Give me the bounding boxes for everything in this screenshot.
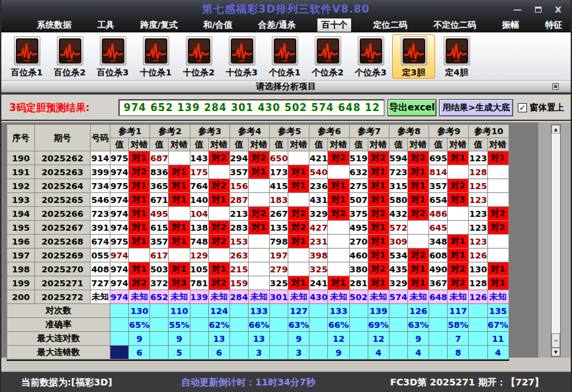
value-cell[interactable]: 798 xyxy=(270,235,288,249)
tool-button[interactable]: 个位杀2 xyxy=(306,34,349,79)
judge-cell[interactable]: 对2 xyxy=(448,179,469,193)
summary-value-cell[interactable]: 3 xyxy=(288,346,309,360)
judge-cell[interactable]: 对1 xyxy=(408,193,429,207)
scroll-down-icon[interactable]: ▼ xyxy=(552,348,560,356)
summary-value-cell[interactable]: 4 xyxy=(368,346,389,360)
judge-cell[interactable]: 未知 xyxy=(368,290,389,304)
summary-blank-cell[interactable] xyxy=(389,346,407,360)
value-cell[interactable]: 329 xyxy=(389,276,407,290)
judge-cell[interactable] xyxy=(288,193,309,207)
value-cell[interactable]: 495 xyxy=(150,207,169,221)
summary-blank-cell[interactable] xyxy=(150,304,169,318)
summary-blank-cell[interactable] xyxy=(150,346,169,360)
summary-value-cell[interactable]: 11 xyxy=(487,332,509,346)
summary-value-cell[interactable]: 135 xyxy=(487,304,509,318)
summary-blank-cell[interactable] xyxy=(270,304,288,318)
value-cell[interactable]: 348 xyxy=(429,235,448,249)
summary-value-cell[interactable]: 13 xyxy=(208,332,229,346)
judge-cell[interactable]: 对2 xyxy=(288,207,309,221)
judge-cell[interactable] xyxy=(487,165,509,179)
summary-blank-cell[interactable] xyxy=(349,346,368,360)
judge-cell[interactable] xyxy=(408,235,429,249)
summary-value-cell[interactable]: 130 xyxy=(129,304,150,318)
judge-cell[interactable]: 对1 xyxy=(448,151,469,165)
value-cell[interactable]: 974 xyxy=(110,290,129,304)
summary-value-cell[interactable]: 8 xyxy=(448,346,469,360)
value-cell[interactable]: 123 xyxy=(469,193,487,207)
summary-blank-cell[interactable] xyxy=(270,346,288,360)
judge-cell[interactable]: 对1 xyxy=(368,235,389,249)
judge-cell[interactable]: 对1 xyxy=(208,262,229,276)
value-cell[interactable]: 128 xyxy=(469,165,487,179)
summary-value-cell[interactable]: 7 xyxy=(448,332,469,346)
panel-launcher-icon[interactable]: ▣ xyxy=(552,83,559,90)
value-cell[interactable]: 380 xyxy=(349,262,368,276)
judge-cell[interactable]: 对2 xyxy=(208,179,229,193)
value-cell[interactable]: 723 xyxy=(389,165,407,179)
summary-blank-cell[interactable] xyxy=(190,346,208,360)
value-cell[interactable]: 130 xyxy=(469,262,487,276)
judge-cell[interactable] xyxy=(169,151,190,165)
summary-blank-cell[interactable] xyxy=(429,318,448,332)
value-cell[interactable]: 617 xyxy=(150,249,169,262)
tool-button[interactable]: 百位杀1 xyxy=(5,34,48,79)
judge-cell[interactable]: 对1 xyxy=(248,221,269,235)
judge-cell[interactable]: 对1 xyxy=(368,179,389,193)
tool-button[interactable]: 百位杀2 xyxy=(48,34,91,79)
summary-blank-cell[interactable] xyxy=(190,304,208,318)
menu-item[interactable]: 系统数据 xyxy=(33,19,75,32)
judge-cell[interactable]: 对1 xyxy=(408,262,429,276)
judge-cell[interactable]: 对2 xyxy=(208,276,229,290)
menu-item[interactable]: 振幅 xyxy=(498,19,523,32)
summary-value-cell[interactable]: 117 xyxy=(448,304,469,318)
summary-value-cell[interactable]: 63% xyxy=(408,318,429,332)
judge-cell[interactable]: 对2 xyxy=(368,262,389,276)
value-cell[interactable]: 241 xyxy=(309,276,328,290)
judge-cell[interactable]: 对2 xyxy=(408,151,429,165)
value-cell[interactable]: 128 xyxy=(469,276,487,290)
value-cell[interactable]: 540 xyxy=(309,165,328,179)
summary-value-cell[interactable]: 133 xyxy=(248,304,269,318)
value-cell[interactable]: 123 xyxy=(469,207,487,221)
value-cell[interactable]: 301 xyxy=(270,290,288,304)
judge-cell[interactable] xyxy=(487,235,509,249)
summary-blank-cell[interactable] xyxy=(270,332,288,346)
summary-value-cell[interactable]: 6 xyxy=(208,346,229,360)
number-cell[interactable]: 723 xyxy=(91,207,110,221)
judge-cell[interactable]: 对1 xyxy=(487,276,509,290)
judge-cell[interactable]: 对1 xyxy=(129,207,150,221)
summary-value-cell[interactable]: 9 xyxy=(288,332,309,346)
value-cell[interactable]: 594 xyxy=(389,151,407,165)
judge-cell[interactable] xyxy=(169,207,190,221)
value-cell[interactable]: 215 xyxy=(229,262,248,276)
value-cell[interactable]: 974 xyxy=(110,262,129,276)
value-cell[interactable]: 315 xyxy=(389,179,407,193)
tool-button[interactable]: 十位杀3 xyxy=(220,34,263,79)
judge-cell[interactable]: 对1 xyxy=(288,165,309,179)
value-cell[interactable]: 421 xyxy=(309,151,328,165)
judge-cell[interactable] xyxy=(328,165,349,179)
judge-cell[interactable]: 对1 xyxy=(368,193,389,207)
number-cell[interactable]: 734 xyxy=(91,179,110,193)
value-cell[interactable]: 519 xyxy=(349,151,368,165)
summary-blank-cell[interactable] xyxy=(110,318,129,332)
judge-cell[interactable]: 对1 xyxy=(288,235,309,249)
judge-cell[interactable] xyxy=(208,165,229,179)
summary-value-cell[interactable]: 62% xyxy=(208,318,229,332)
maximize-icon[interactable] xyxy=(535,7,542,13)
tool-button[interactable]: 个位杀1 xyxy=(263,34,306,79)
summary-blank-cell[interactable] xyxy=(429,304,448,318)
summary-blank-cell[interactable] xyxy=(270,318,288,332)
stay-on-top-checkbox[interactable]: ✓ xyxy=(518,103,527,112)
summary-value-cell[interactable]: 124 xyxy=(208,304,229,318)
judge-cell[interactable]: 对1 xyxy=(169,235,190,249)
summary-value-cell[interactable]: 66% xyxy=(248,318,269,332)
summary-blank-cell[interactable] xyxy=(229,318,248,332)
value-cell[interactable]: 357 xyxy=(229,165,248,179)
summary-blank-cell[interactable] xyxy=(309,332,328,346)
summary-blank-cell[interactable] xyxy=(469,304,487,318)
judge-cell[interactable]: 对1 xyxy=(408,179,429,193)
judge-cell[interactable] xyxy=(288,249,309,262)
prediction-result-input[interactable] xyxy=(118,99,385,116)
summary-blank-cell[interactable] xyxy=(190,332,208,346)
